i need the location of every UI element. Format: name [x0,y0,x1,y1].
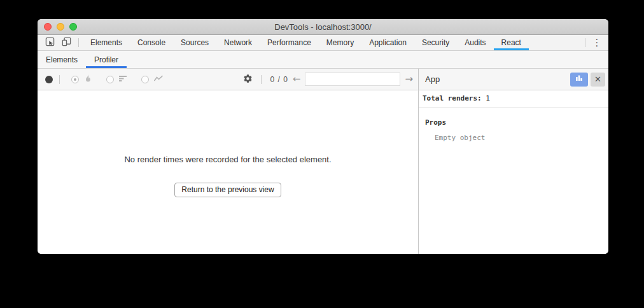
tab-sources[interactable]: Sources [173,35,216,50]
flamegraph-chart-radio[interactable] [71,74,92,85]
selected-component-name: App [425,74,568,84]
device-toolbar-button[interactable] [58,35,74,50]
inspect-cursor-icon [45,37,55,48]
selected-component-header: App ✕ [418,69,608,90]
divider [78,38,79,47]
interactions-chart-radio[interactable] [141,74,164,85]
line-chart-icon [153,74,164,85]
total-renders-row: Total renders: 1 [419,90,608,108]
tab-security[interactable]: Security [414,35,457,50]
spacer [529,35,581,50]
zoom-window-button[interactable] [69,23,77,31]
kebab-menu-icon: ⋮ [592,37,602,48]
profiler-toolbar: 0 / 0 ← → [38,69,418,90]
profiler-main-view: No render times were recorded for the se… [38,90,418,254]
traffic-lights [44,19,77,34]
desktop: { "window": { "title": "DevTools - local… [0,0,644,308]
devtools-window: DevTools - localhost:3000/ Elements Cons… [38,19,608,254]
titlebar: DevTools - localhost:3000/ [38,19,608,35]
return-previous-view-button[interactable]: Return to the previous view [174,183,281,197]
ranked-bars-icon [118,74,127,85]
ranked-chart-radio[interactable] [106,74,127,85]
device-toolbar-icon [62,37,71,48]
bar-chart-icon [575,74,584,84]
flame-icon [83,74,92,85]
devtools-tabbar: Elements Console Sources Network Perform… [38,35,608,51]
view-render-chart-button[interactable] [570,73,588,87]
radio-icon [71,76,79,83]
props-section: Props Empty object [419,108,608,153]
gear-icon [243,74,253,85]
profiler-content: No render times were recorded for the se… [38,90,608,254]
previous-result-button[interactable]: ← [293,74,301,84]
props-value: Empty object [435,134,602,142]
subtab-elements[interactable]: Elements [38,51,86,68]
window-title: DevTools - localhost:3000/ [274,22,371,32]
close-window-button[interactable] [44,23,52,31]
subtab-profiler[interactable]: Profiler [86,51,127,68]
next-result-button[interactable]: → [405,74,413,84]
tab-memory[interactable]: Memory [319,35,361,50]
radio-icon [106,76,114,83]
tab-elements[interactable]: Elements [83,35,130,50]
props-label: Props [425,118,602,127]
toolbar-search-group: 0 / 0 ← → [243,73,413,86]
total-renders-label: Total renders: [423,94,482,102]
overflow-menu-button[interactable]: ⋮ [589,35,605,50]
settings-button[interactable] [243,74,253,85]
search-result-counter: 0 / 0 [270,75,288,84]
total-renders-value: 1 [486,94,490,102]
divider [59,75,60,84]
empty-state-message: No render times were recorded for the se… [124,155,331,164]
tab-performance[interactable]: Performance [260,35,319,50]
component-details-panel: Total renders: 1 Props Empty object [418,90,608,254]
search-input[interactable] [305,73,400,86]
radio-icon [141,76,149,83]
left-arrow-icon: ← [293,73,301,85]
record-button[interactable] [45,76,53,83]
close-icon: ✕ [594,74,601,84]
tab-network[interactable]: Network [216,35,260,50]
right-arrow-icon: → [405,73,413,85]
inspect-element-button[interactable] [41,35,58,50]
close-panel-button[interactable]: ✕ [591,73,605,87]
tab-react[interactable]: React [494,35,529,50]
divider [585,38,585,47]
profiler-toolbar-row: 0 / 0 ← → App [38,69,608,90]
minimize-window-button[interactable] [57,23,64,31]
tab-console[interactable]: Console [130,35,173,50]
tab-audits[interactable]: Audits [457,35,493,50]
tab-application[interactable]: Application [361,35,414,50]
react-subtabbar: Elements Profiler [38,51,608,69]
divider [261,75,262,84]
